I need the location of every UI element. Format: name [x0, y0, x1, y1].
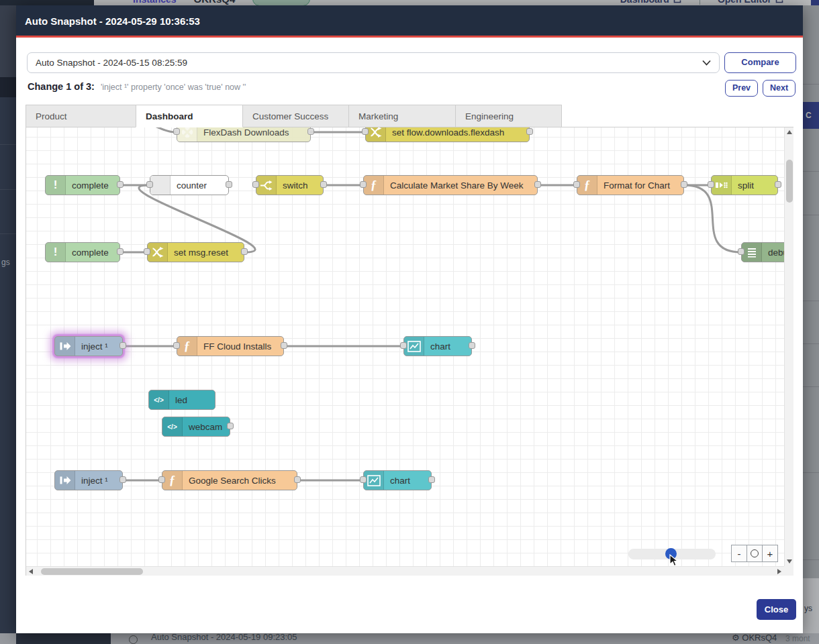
horizontal-scrollbar[interactable] — [26, 566, 784, 576]
list-icon — [742, 243, 762, 262]
breadcrumb-instances[interactable]: Instances — [133, 0, 177, 5]
prev-change-button[interactable]: Prev — [725, 80, 758, 97]
blank-icon — [150, 176, 171, 195]
zoom-reset-button[interactable] — [746, 545, 763, 562]
zoom-in-button[interactable]: + — [762, 545, 778, 562]
output-port[interactable] — [117, 248, 124, 255]
output-port[interactable] — [534, 181, 541, 188]
scroll-up-arrow[interactable] — [787, 130, 792, 134]
input-port[interactable] — [708, 181, 714, 188]
table-cell-fragment: ys — [803, 578, 819, 633]
flow-wire[interactable] — [131, 127, 175, 132]
dialog-header: Auto Snapshot - 2024-05-29 10:36:53 — [16, 5, 803, 38]
open-editor-button[interactable]: Open Editor — [718, 0, 784, 5]
scroll-left-arrow[interactable] — [29, 569, 33, 574]
input-port[interactable] — [173, 342, 180, 349]
output-port[interactable] — [294, 476, 301, 483]
input-port[interactable] — [360, 476, 367, 483]
dashboard-button[interactable]: Dashboard — [620, 0, 682, 5]
change-description: 'inject ¹' property 'once' was 'true' no… — [101, 83, 246, 92]
scrollbar-corner — [784, 566, 793, 576]
next-change-button[interactable]: Next — [763, 80, 796, 97]
exclamation-icon: ! — [46, 176, 66, 195]
flow-node-ff-cloud-installs[interactable]: ƒFF Cloud Installs — [177, 336, 284, 356]
scroll-down-arrow[interactable] — [787, 559, 792, 564]
flow-node-switch[interactable]: switch — [256, 175, 324, 195]
flow-node-google-search-clicks[interactable]: ƒGoogle Search Clicks — [162, 470, 297, 490]
zoom-reset-icon — [751, 549, 759, 557]
flow-node-chart-2[interactable]: chart — [363, 470, 432, 490]
output-port[interactable] — [119, 476, 126, 483]
output-port[interactable] — [775, 181, 781, 188]
output-port[interactable] — [681, 181, 687, 188]
compare-button-fragment[interactable]: C — [803, 102, 819, 129]
vertical-scroll-thumb[interactable] — [786, 160, 793, 203]
output-port[interactable] — [227, 423, 234, 429]
scroll-right-arrow[interactable] — [777, 569, 781, 574]
flow-node-counter[interactable]: counter — [150, 175, 229, 195]
topbar-accent-block — [811, 0, 819, 5]
output-port[interactable] — [307, 128, 314, 135]
change-icon — [148, 243, 168, 262]
snapshot-select[interactable]: Auto Snapshot - 2024-05-15 08:25:59 — [27, 52, 720, 73]
flow-node-set-msg-reset[interactable]: set msg.reset — [147, 242, 244, 262]
input-port[interactable] — [362, 128, 369, 135]
inject-arrow-icon — [55, 471, 75, 490]
flow-node-inject-1[interactable]: inject ¹ — [54, 336, 123, 356]
tab-engineering[interactable]: Engineering — [455, 105, 562, 127]
flow-node-split[interactable]: split — [711, 175, 778, 195]
flow-node-led[interactable]: </>led — [148, 390, 215, 410]
input-port[interactable] — [573, 181, 580, 188]
output-port[interactable] — [526, 128, 533, 135]
flow-node-webcam[interactable]: </>webcam — [162, 417, 230, 437]
flow-canvas[interactable]: - + FlexDash Downloadsset flow.downloads… — [26, 127, 784, 566]
tab-customer-success[interactable]: Customer Success — [242, 105, 349, 127]
flow-wire[interactable] — [684, 185, 741, 252]
output-port[interactable] — [428, 476, 435, 483]
snapshot-row-instance: ⚙ OKRsQ4 — [732, 633, 777, 643]
input-port[interactable] — [144, 248, 150, 255]
compare-button[interactable]: Compare — [724, 52, 796, 73]
input-port[interactable] — [158, 476, 165, 483]
output-port[interactable] — [119, 342, 126, 349]
flow-node-complete-1[interactable]: !complete — [45, 175, 120, 195]
flow-node-set-flexdash[interactable]: set flow.downloads.flexdash — [365, 127, 530, 142]
function-icon: ƒ — [577, 176, 597, 195]
zoom-out-button[interactable]: - — [731, 545, 747, 562]
input-port[interactable] — [360, 181, 367, 188]
tab-marketing[interactable]: Marketing — [348, 105, 456, 127]
tab-dashboard[interactable]: Dashboard — [136, 105, 243, 127]
output-port[interactable] — [320, 181, 327, 188]
flow-node-chart-1[interactable]: chart — [403, 336, 472, 356]
input-port[interactable] — [252, 181, 259, 188]
output-port[interactable] — [241, 248, 248, 255]
input-port[interactable] — [400, 342, 407, 349]
vertical-scrollbar[interactable] — [784, 127, 793, 566]
flow-node-complete-2[interactable]: !complete — [45, 242, 120, 262]
grid-icon — [177, 127, 197, 142]
chevron-down-icon — [702, 58, 711, 68]
chart-icon — [404, 337, 424, 356]
flow-canvas-frame: - + FlexDash Downloadsset flow.downloads… — [26, 127, 793, 576]
flow-node-format-for-chart[interactable]: ƒFormat for Chart — [577, 175, 684, 195]
flow-node-flexdash[interactable]: FlexDash Downloads — [177, 127, 311, 142]
input-port[interactable] — [146, 181, 153, 188]
split-icon — [712, 176, 732, 195]
input-port[interactable] — [173, 128, 180, 135]
flow-node-calc-market-share[interactable]: ƒCalculate Market Share By Week — [363, 175, 538, 195]
tab-product[interactable]: Product — [26, 105, 136, 127]
flow-node-inject-2[interactable]: inject ¹ — [54, 470, 123, 490]
snapshot-row-age: 3 mont — [785, 634, 810, 643]
horizontal-scroll-thumb[interactable] — [41, 568, 143, 575]
output-port[interactable] — [281, 342, 287, 349]
input-port[interactable] — [738, 248, 744, 255]
output-port[interactable] — [117, 181, 124, 188]
close-button[interactable]: Close — [757, 599, 796, 620]
sidebar-item-label-fragment: gs — [1, 258, 10, 267]
output-port[interactable] — [226, 181, 232, 188]
flow-node-debug[interactable]: debug — [741, 242, 784, 262]
clock-icon — [129, 635, 138, 644]
external-link-icon — [775, 0, 784, 3]
snapshot-list-row: Auto Snapshot - 2024-05-19 09:23:05 ⚙ OK… — [0, 633, 819, 644]
output-port[interactable] — [469, 342, 475, 349]
